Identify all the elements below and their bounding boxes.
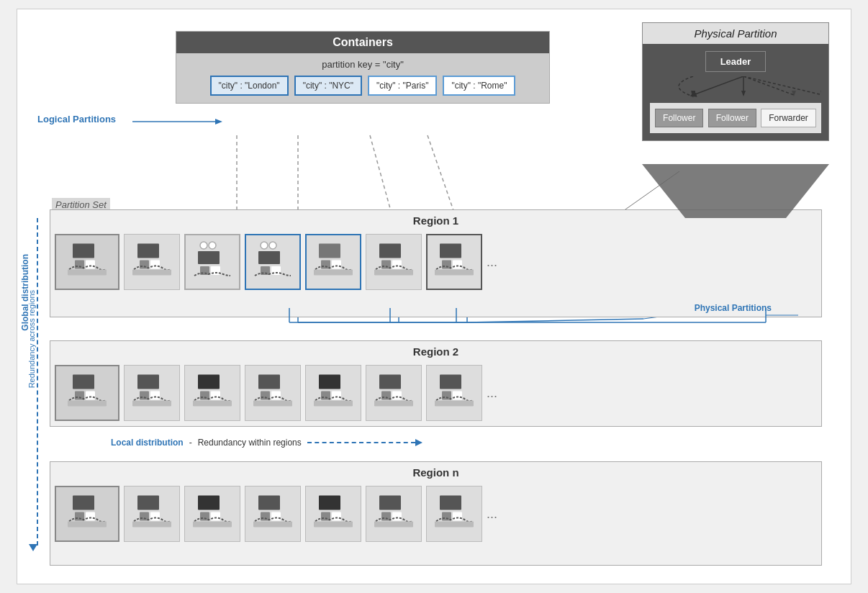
svg-rect-65: [150, 391, 160, 400]
svg-point-31: [200, 242, 207, 249]
svg-point-37: [269, 242, 276, 249]
pp-cell-row-r2: ...: [124, 365, 814, 421]
ps-cell-r2: [55, 365, 119, 421]
si-r2-1: [130, 371, 173, 415]
svg-rect-61: [86, 391, 95, 400]
local-dist-separator: -: [189, 438, 192, 448]
ps-cell-r1: [55, 234, 119, 290]
svg-line-12: [693, 76, 743, 95]
server-icon-rn-ps: [65, 492, 109, 535]
redundancy-within-label: Redundancy within regions: [198, 438, 302, 448]
logical-partitions-arrow: [132, 116, 226, 127]
server-icon-r1-4: [312, 240, 355, 284]
local-dist-arrowhead: [415, 439, 422, 446]
regionn-content: ...: [50, 481, 821, 549]
svg-point-32: [209, 242, 216, 249]
svg-rect-102: [253, 522, 292, 528]
svg-rect-49: [440, 244, 461, 258]
svg-rect-85: [453, 391, 462, 400]
svg-rect-98: [193, 522, 232, 528]
physical-partitions-annotation: Physical Partitions: [695, 303, 772, 313]
svg-rect-41: [319, 244, 340, 258]
pp-cell-r1-4: [305, 234, 361, 290]
si-rn-3: [251, 492, 294, 535]
region1-content: ...: [50, 230, 821, 297]
local-dist-arrow-container: [307, 439, 422, 446]
si-rn-5: [372, 492, 415, 535]
svg-rect-82: [374, 401, 413, 407]
si-rn-6: [433, 492, 476, 535]
svg-rect-73: [271, 391, 281, 400]
svg-rect-95: [198, 496, 220, 510]
svg-line-10: [618, 171, 679, 214]
svg-rect-89: [86, 512, 95, 521]
svg-rect-29: [150, 261, 160, 269]
pp-cell-rn-6: [426, 486, 482, 542]
svg-rect-25: [86, 261, 95, 269]
si-r2-2: [191, 371, 234, 415]
svg-rect-43: [332, 261, 341, 269]
follower-1: Follower: [655, 109, 703, 127]
dots-rn: ...: [487, 507, 497, 522]
svg-rect-113: [453, 512, 462, 521]
svg-rect-94: [132, 522, 171, 528]
follower-2: Follower: [708, 109, 756, 127]
partition-key-label: partition key = "city": [184, 59, 542, 70]
physical-partition-title: Physical Partition: [643, 23, 828, 44]
pp-cell-rn-4: [305, 486, 361, 542]
si-r2-3: [251, 371, 294, 415]
svg-rect-86: [435, 401, 474, 407]
containers-box: Containers partition key = "city" "city"…: [176, 31, 550, 104]
svg-rect-62: [68, 401, 107, 407]
svg-rect-87: [73, 496, 94, 510]
partition-item-rome: "city" : "Rome": [443, 76, 515, 96]
server-icon-r1-2: [191, 240, 234, 284]
pp-cell-r1-6: [426, 234, 482, 290]
regionn-box: Region n ...: [50, 461, 822, 566]
svg-marker-22: [215, 119, 222, 125]
dots-r2: ...: [487, 386, 497, 401]
svg-rect-99: [258, 496, 280, 510]
svg-rect-103: [319, 496, 340, 510]
ps-cell-rn: [55, 486, 119, 542]
svg-rect-111: [440, 496, 461, 510]
leader-box: Leader: [705, 51, 767, 72]
svg-rect-30: [132, 270, 171, 276]
svg-rect-52: [435, 270, 474, 276]
pp-cell-r1-3: [245, 234, 301, 290]
svg-line-8: [467, 319, 643, 322]
svg-rect-23: [73, 244, 94, 258]
pp-cell-row-r1: ...: [124, 234, 814, 290]
svg-rect-38: [258, 251, 280, 264]
si-rn-1: [130, 492, 173, 535]
svg-rect-90: [68, 522, 107, 528]
server-icon-r1-3: [251, 240, 294, 284]
logical-partitions-label: Logical Partitions: [37, 114, 116, 125]
svg-rect-74: [253, 401, 292, 407]
partition-items: "city" : "London" "city" : "NYC" "city" …: [184, 76, 542, 96]
svg-line-15: [743, 76, 821, 95]
pp-cell-r1-5: [366, 234, 422, 290]
svg-rect-109: [392, 512, 402, 521]
svg-marker-17: [741, 91, 746, 96]
local-dist-label: Local distribution: [111, 438, 184, 448]
svg-rect-93: [150, 512, 160, 521]
svg-rect-106: [314, 522, 353, 528]
region2-content: ...: [50, 361, 821, 428]
redundancy-across-label: Redundancy across regions: [27, 290, 36, 388]
svg-rect-83: [440, 375, 461, 389]
svg-point-36: [261, 242, 268, 249]
pp-cell-r2-6: [426, 365, 482, 421]
pp-followers-row: Follower Follower Forwarder: [650, 103, 821, 133]
svg-rect-26: [68, 270, 107, 276]
svg-rect-47: [392, 261, 402, 269]
svg-rect-59: [73, 375, 94, 389]
svg-rect-78: [314, 401, 353, 407]
pp-cell-rn-3: [245, 486, 301, 542]
svg-rect-114: [435, 522, 474, 528]
svg-rect-101: [271, 512, 281, 521]
svg-rect-69: [211, 391, 220, 400]
pp-cell-r1-1: [124, 234, 180, 290]
svg-rect-44: [314, 270, 353, 276]
pp-cell-r2-5: [366, 365, 422, 421]
